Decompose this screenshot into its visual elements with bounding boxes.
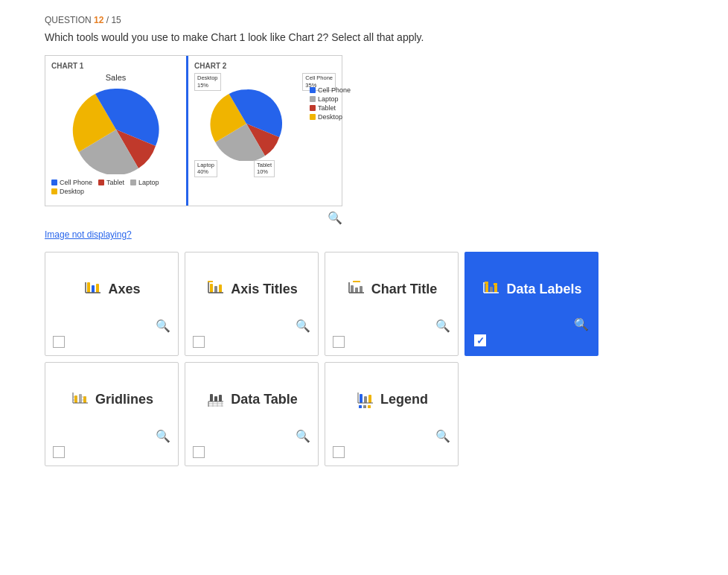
options-row2: Gridlines 🔍 (45, 362, 683, 466)
axis-titles-label: Axis Titles (231, 282, 298, 297)
svg-rect-22 (485, 282, 488, 284)
chart-zoom-icon[interactable]: 🔍 (328, 211, 342, 225)
axis-titles-zoom-icon[interactable]: 🔍 (296, 319, 310, 333)
svg-rect-35 (208, 403, 223, 404)
data-labels-zoom-icon[interactable]: 🔍 (574, 317, 589, 331)
data-table-zoom-icon[interactable]: 🔍 (296, 429, 310, 443)
legend-label-cellphone: Cell Phone (60, 179, 92, 186)
svg-rect-12 (355, 288, 358, 293)
question-label: QUESTION 12 / 15 (45, 15, 683, 25)
chart2-label-laptop: Laptop40% (194, 160, 217, 178)
chart2-dot-desktop (310, 114, 316, 120)
chart2-dot-laptop (310, 96, 316, 102)
data-table-checkbox-area (193, 446, 310, 458)
option-legend-content: Legend (355, 370, 428, 429)
gridlines-icon (70, 390, 91, 410)
data-labels-checkbox-area: ✓ (474, 334, 589, 346)
data-labels-checkmark: ✓ (476, 335, 485, 346)
chart1-legend: Cell Phone Tablet Laptop Desktop (51, 179, 180, 195)
option-axis-titles-content: Axis Titles (205, 260, 298, 319)
svg-rect-2 (96, 284, 99, 293)
chart2-legend-laptop: Laptop (310, 95, 351, 103)
svg-rect-24 (74, 395, 77, 403)
axis-titles-checkbox-area (193, 336, 310, 348)
data-table-icon (205, 390, 226, 410)
image-not-displaying-link[interactable]: Image not displaying? (45, 229, 683, 240)
svg-rect-7 (219, 285, 222, 293)
chart1-section: CHART 1 Sales (45, 56, 188, 206)
chart-title-checkbox-area (333, 336, 450, 348)
legend-dot-tablet (98, 180, 104, 185)
option-data-labels[interactable]: Data Labels 🔍 ✓ (464, 252, 598, 356)
option-axes-content: Axes (83, 260, 140, 319)
chart1-title: CHART 1 (51, 62, 180, 70)
axis-titles-checkbox[interactable] (193, 336, 205, 348)
axes-checkbox[interactable] (53, 336, 65, 348)
chart-title-checkbox[interactable] (333, 336, 345, 348)
chart2-dot-tablet (310, 105, 316, 111)
chart2-section: CHART 2 Desktop15% Cell Phone35% Laptop4… (188, 56, 342, 206)
gridlines-checkbox-area (53, 446, 170, 458)
option-axis-titles[interactable]: Axis Titles 🔍 (185, 252, 319, 356)
legend-checkbox[interactable] (333, 446, 345, 458)
legend-label-laptop: Laptop (138, 179, 159, 186)
chart-title-zoom-icon[interactable]: 🔍 (435, 319, 450, 333)
svg-rect-42 (364, 396, 367, 403)
svg-rect-11 (351, 285, 354, 293)
chart2-label-dt: Desktop (318, 113, 342, 121)
gridlines-zoom-icon[interactable]: 🔍 (156, 429, 170, 443)
svg-rect-32 (214, 396, 217, 401)
svg-rect-10 (208, 281, 213, 282)
svg-rect-25 (79, 394, 82, 403)
svg-rect-33 (219, 395, 222, 401)
axes-zoom-icon[interactable]: 🔍 (156, 319, 170, 333)
legend-dot-laptop (130, 180, 136, 185)
gridlines-checkbox[interactable] (53, 446, 65, 458)
data-labels-checkbox[interactable]: ✓ (474, 334, 486, 346)
chart2-legend: Cell Phone Laptop Tablet Desktop (310, 86, 351, 121)
legend-dot-cellphone (51, 180, 57, 185)
chart1-pie-wrapper: Cell Phone Tablet Laptop Desktop (51, 85, 180, 195)
option-gridlines-content: Gridlines (70, 370, 153, 429)
question-body: Which tools would you use to make Chart … (45, 31, 683, 43)
svg-rect-31 (210, 394, 213, 401)
chart-zoom-row: 🔍 (45, 211, 342, 225)
data-table-checkbox[interactable] (193, 446, 205, 458)
option-chart-title[interactable]: Chart Title 🔍 (325, 252, 459, 356)
legend-item-laptop: Laptop (130, 179, 159, 186)
question-text-label: QUESTION (45, 15, 92, 25)
chart2-label-lp: Laptop (318, 95, 339, 103)
option-axes[interactable]: Axes 🔍 (45, 252, 179, 356)
chart2-area: Desktop15% Cell Phone35% Laptop40% Table… (194, 73, 336, 200)
question-total: 15 (111, 15, 121, 25)
legend-label: Legend (380, 392, 428, 407)
legend-icon (355, 390, 376, 410)
chart2-title: CHART 2 (194, 62, 336, 70)
legend-dot-desktop (51, 188, 57, 194)
chart-title-icon (346, 279, 367, 300)
svg-rect-36 (208, 405, 223, 407)
chart1-subtitle: Sales (51, 73, 180, 82)
svg-rect-23 (494, 283, 497, 285)
chart2-dot-cellphone (310, 87, 316, 93)
svg-rect-5 (210, 284, 213, 293)
axes-label: Axes (108, 282, 140, 297)
chart2-legend-tablet: Tablet (310, 104, 351, 112)
legend-zoom-icon[interactable]: 🔍 (435, 429, 450, 443)
svg-rect-48 (368, 405, 371, 408)
svg-rect-17 (485, 284, 488, 293)
option-data-table[interactable]: Data Table 🔍 (185, 362, 319, 466)
svg-rect-0 (87, 282, 90, 293)
option-gridlines[interactable]: Gridlines 🔍 (45, 362, 179, 466)
svg-rect-16 (353, 281, 360, 282)
svg-rect-18 (490, 287, 493, 293)
option-legend[interactable]: Legend 🔍 (325, 362, 459, 466)
question-number: 12 (94, 15, 103, 25)
chart-title-label: Chart Title (371, 282, 438, 297)
option-chart-title-content: Chart Title (346, 260, 438, 319)
svg-rect-41 (360, 394, 363, 403)
svg-rect-47 (363, 405, 366, 408)
legend-item-tablet: Tablet (98, 179, 124, 186)
chart2-label-tablet: Tablet10% (254, 160, 275, 178)
data-labels-label: Data Labels (506, 282, 581, 297)
